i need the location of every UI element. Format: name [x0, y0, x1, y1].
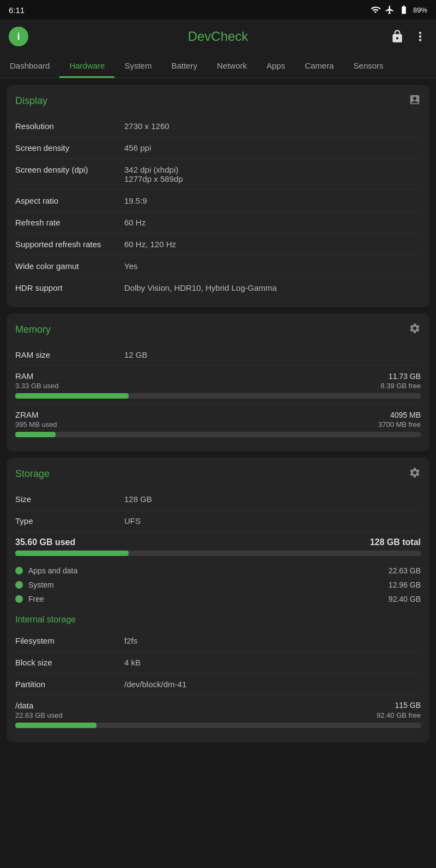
tab-hardware[interactable]: Hardware: [59, 53, 114, 78]
zram-progress-bg: [15, 432, 421, 437]
memory-settings-icon[interactable]: [409, 322, 421, 337]
zram-label: ZRAM: [15, 410, 39, 419]
tab-network[interactable]: Network: [207, 53, 257, 78]
storage-type-label: Type: [15, 516, 124, 525]
tab-battery[interactable]: Battery: [161, 53, 207, 78]
display-title: Display: [15, 95, 47, 107]
screen-density-dpi-value: 342 dpi (xhdpi) 1277dp x 589dp: [124, 165, 421, 184]
zram-sub: 395 MB used 3700 MB free: [15, 420, 421, 429]
data-partition-progress-fill: [15, 723, 96, 728]
data-partition-header: /data 115 GB: [15, 701, 421, 710]
battery-percent: 89%: [413, 6, 427, 14]
ram-size-value: 12 GB: [124, 350, 421, 359]
resolution-label: Resolution: [15, 121, 124, 131]
display-card: Display Resolution 2730 x 1260 Screen de…: [7, 85, 429, 307]
data-partition-total: 115 GB: [395, 701, 421, 710]
legend-system-label: System: [28, 580, 54, 589]
legend-apps-left: Apps and data: [15, 566, 77, 575]
legend-free-row: Free 92.40 GB: [15, 592, 421, 606]
ram-progress-bg: [15, 393, 421, 399]
wide-color-value: Yes: [124, 261, 421, 271]
resolution-row: Resolution 2730 x 1260: [15, 115, 421, 137]
content: Display Resolution 2730 x 1260 Screen de…: [0, 85, 436, 760]
screen-density-value: 456 ppi: [124, 143, 421, 152]
storage-title: Storage: [15, 468, 50, 480]
refresh-rate-value: 60 Hz: [124, 218, 421, 227]
ram-sub: 3.33 GB used 8.39 GB free: [15, 382, 421, 390]
tab-system[interactable]: System: [114, 53, 161, 78]
ram-free: 8.39 GB free: [380, 382, 421, 390]
tab-sensors[interactable]: Sensors: [344, 53, 393, 78]
partition-label: Partition: [15, 680, 124, 689]
top-bar-left: i: [9, 27, 28, 46]
battery-icon: [399, 5, 409, 15]
storage-used-label: 35.60 GB used: [15, 537, 75, 547]
storage-type-row: Type UFS: [15, 510, 421, 532]
partition-value: /dev/block/dm-41: [124, 680, 421, 689]
memory-title: Memory: [15, 324, 51, 335]
storage-header: Storage: [15, 467, 421, 481]
zram-header: ZRAM 4095 MB: [15, 410, 421, 419]
ram-usage-row: RAM 11.73 GB 3.33 GB used 8.39 GB free: [15, 366, 421, 405]
display-settings-icon[interactable]: [409, 94, 421, 108]
more-icon[interactable]: [413, 29, 427, 44]
legend-apps-dot: [15, 567, 23, 574]
storage-total-label: 128 GB total: [370, 537, 421, 547]
memory-card: Memory RAM size 12 GB RAM 11.73 GB 3.33 …: [7, 314, 429, 451]
data-partition-progress-bg: [15, 723, 421, 728]
filesystem-row: Filesystem f2fs: [15, 630, 421, 652]
tab-camera[interactable]: Camera: [295, 53, 343, 78]
legend-system-row: System 12.96 GB: [15, 578, 421, 592]
screen-density-dpi-row: Screen density (dpi) 342 dpi (xhdpi) 127…: [15, 159, 421, 190]
data-partition-free: 92.40 GB free: [377, 711, 421, 719]
status-icons: 89%: [371, 5, 427, 15]
legend-system-left: System: [15, 580, 54, 589]
supported-refresh-label: Supported refresh rates: [15, 240, 124, 249]
top-bar-right: [390, 29, 427, 44]
partition-row: Partition /dev/block/dm-41: [15, 674, 421, 695]
legend-free-dot: [15, 595, 23, 603]
hdr-support-row: HDR support Dolby Vision, HDR10, Hybrid …: [15, 277, 421, 298]
legend-apps-row: Apps and data 22.63 GB: [15, 564, 421, 578]
ram-header: RAM 11.73 GB: [15, 371, 421, 381]
wide-color-label: Wide color gamut: [15, 261, 124, 271]
top-bar: i DevCheck: [0, 20, 436, 53]
status-bar: 6:11 89%: [0, 0, 436, 20]
data-partition-used: 22.63 GB used: [15, 711, 63, 719]
tab-dashboard[interactable]: Dashboard: [0, 53, 59, 78]
zram-used: 395 MB used: [15, 420, 57, 429]
ram-size-label: RAM size: [15, 350, 124, 359]
ram-progress-fill: [15, 393, 129, 399]
zram-free: 3700 MB free: [378, 420, 421, 429]
resolution-value: 2730 x 1260: [124, 121, 421, 131]
legend-free-label: Free: [28, 595, 44, 603]
aspect-ratio-value: 19.5:9: [124, 196, 421, 205]
storage-progress-bg: [15, 551, 421, 556]
refresh-rate-label: Refresh rate: [15, 218, 124, 227]
screen-density-label: Screen density: [15, 143, 124, 152]
storage-size-label: Size: [15, 494, 124, 504]
legend-apps-value: 22.63 GB: [389, 566, 421, 575]
lock-icon[interactable]: [390, 29, 404, 44]
storage-settings-icon[interactable]: [409, 467, 421, 481]
filesystem-value: f2fs: [124, 636, 421, 645]
hdr-support-label: HDR support: [15, 283, 124, 292]
wide-color-row: Wide color gamut Yes: [15, 255, 421, 277]
zram-total: 4095 MB: [390, 411, 421, 419]
block-size-label: Block size: [15, 658, 124, 667]
info-icon[interactable]: i: [9, 27, 28, 46]
storage-bar-header: 35.60 GB used 128 GB total: [15, 537, 421, 547]
tab-apps[interactable]: Apps: [257, 53, 295, 78]
storage-progress-fill: [15, 551, 129, 556]
screen-density-row: Screen density 456 ppi: [15, 137, 421, 159]
data-partition-name: /data: [15, 701, 33, 710]
legend-free-left: Free: [15, 595, 44, 603]
legend-free-value: 92.40 GB: [389, 595, 421, 603]
screen-density-dpi-label: Screen density (dpi): [15, 165, 124, 174]
refresh-rate-row: Refresh rate 60 Hz: [15, 212, 421, 234]
storage-size-row: Size 128 GB: [15, 488, 421, 510]
filesystem-label: Filesystem: [15, 636, 124, 645]
app-title: DevCheck: [188, 29, 249, 44]
airplane-icon: [385, 5, 395, 15]
nav-tabs: Dashboard Hardware System Battery Networ…: [0, 53, 436, 78]
